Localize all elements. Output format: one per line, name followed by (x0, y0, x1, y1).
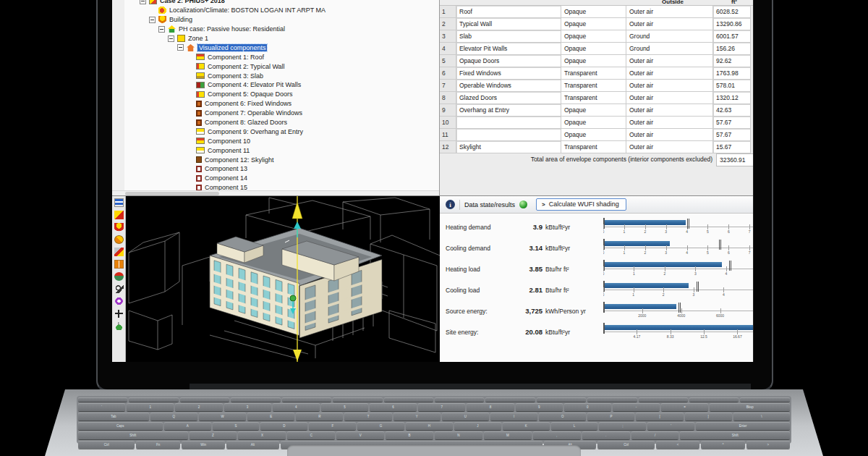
key--[interactable]: - (613, 403, 660, 411)
key[interactable] (78, 397, 127, 402)
key-^[interactable]: ^ (701, 441, 744, 449)
arrows-tool-icon[interactable] (114, 260, 124, 269)
tree-item[interactable]: Component 1: Roof (112, 52, 439, 62)
key-<[interactable]: < (656, 441, 699, 449)
key-q[interactable]: Q (150, 413, 197, 421)
key-h[interactable]: H (406, 422, 453, 430)
key-f[interactable]: F (309, 422, 356, 430)
tree-item[interactable]: Zone 1 (112, 34, 439, 43)
table-row[interactable]: 9Overhang at EntryOpaqueOuter air42.63 (440, 104, 754, 117)
key-caps[interactable]: Caps (78, 422, 163, 430)
key-o[interactable]: O (539, 413, 586, 421)
tree-expander-icon[interactable] (168, 35, 174, 42)
key-;[interactable]: ; (599, 422, 646, 430)
key-alt[interactable]: Alt (226, 441, 278, 449)
key-'[interactable]: ' (647, 422, 694, 430)
key-7[interactable]: 7 (418, 403, 465, 411)
key-1[interactable]: 1 (127, 403, 174, 411)
key-b[interactable]: B (386, 431, 433, 439)
key-w[interactable]: W (199, 413, 246, 421)
tree-item[interactable]: Case 2: PHIUS+ 2018 (112, 0, 439, 6)
key-s[interactable]: S (213, 422, 260, 430)
key-\[interactable]: \ (733, 413, 790, 421)
key-bksp[interactable]: Bksp (710, 403, 790, 411)
key-l[interactable]: L (551, 422, 598, 430)
key-2[interactable]: 2 (175, 403, 222, 411)
key-m[interactable]: M (484, 431, 532, 439)
tree-item[interactable]: Component 11 (112, 145, 439, 155)
tree-item[interactable]: Visualized components (112, 43, 439, 52)
calculate-wufi-shading-button[interactable]: > Calculate WUFI shading (536, 198, 626, 211)
key-z[interactable]: Z (190, 431, 237, 439)
axes-tool-icon[interactable] (114, 211, 124, 219)
tree-item[interactable]: Building (112, 15, 439, 25)
tree-item[interactable]: Component 8: Glazed Doors (112, 118, 439, 127)
machine-tool-icon[interactable] (114, 272, 124, 281)
tree-expander-icon[interactable] (149, 17, 156, 23)
key-v[interactable]: V (336, 431, 384, 439)
table-row[interactable]: 10OpaqueOuter air57.67 (440, 117, 754, 129)
key-4[interactable]: 4 (273, 403, 320, 411)
tree-expander-icon[interactable] (177, 44, 184, 51)
key-/[interactable]: / (631, 431, 679, 439)
key[interactable] (435, 397, 484, 402)
table-row[interactable]: 6Fixed WindowsTransparentOuter air1763.9… (440, 67, 754, 80)
key-shift[interactable]: Shift (78, 431, 188, 439)
key-enter[interactable]: Enter (696, 422, 790, 430)
key-j[interactable]: J (454, 422, 501, 430)
key-0[interactable]: 0 (564, 403, 611, 411)
frame-tool-icon[interactable] (114, 198, 124, 207)
tree-item[interactable]: Component 6: Fixed Windows (112, 99, 439, 109)
gears-tool-icon[interactable] (114, 235, 124, 244)
building-3d-view[interactable] (126, 196, 440, 362)
key-c[interactable]: C (287, 431, 335, 439)
tree-item[interactable]: Component 9: Overhang at Entry (112, 127, 439, 136)
key-`[interactable]: ` (78, 403, 125, 411)
key[interactable] (333, 397, 382, 402)
tree-item[interactable]: Component 13 (112, 164, 439, 174)
table-row[interactable]: 5Opaque DoorsOpaqueOuter air92.62 (440, 55, 754, 67)
key-k[interactable]: K (503, 422, 550, 430)
key-fn[interactable]: Fn (136, 441, 179, 449)
tree-item[interactable]: Component 2: Typical Wall (112, 62, 439, 71)
key-e[interactable]: E (247, 413, 294, 421)
info-icon[interactable]: i (446, 200, 455, 209)
tree-item[interactable]: Component 4: Elevator Pit Walls (112, 80, 439, 90)
key-u[interactable]: U (442, 413, 489, 421)
key-,[interactable]: , (533, 431, 581, 439)
table-row[interactable]: 12SkylightTransparentOuter air15.67 (440, 141, 754, 153)
key[interactable] (587, 397, 637, 402)
key-tab[interactable]: Tab (78, 413, 149, 421)
key-p[interactable]: P (587, 413, 634, 421)
key-a[interactable]: A (164, 422, 211, 430)
tree-expander-icon[interactable] (140, 0, 146, 4)
viewport-3d[interactable] (112, 196, 440, 362)
key-ctrl[interactable]: Ctrl (597, 441, 654, 449)
key-6[interactable]: 6 (370, 403, 417, 411)
key[interactable] (180, 397, 229, 402)
orbit-tool-icon[interactable] (114, 297, 124, 305)
key[interactable] (537, 397, 586, 402)
key[interactable] (231, 397, 280, 402)
key[interactable] (639, 397, 688, 402)
tree-item[interactable]: Localization/Climate: BOSTON LOGAN INT A… (112, 6, 439, 15)
key-][interactable]: ] (685, 413, 732, 421)
key-win[interactable]: Win (182, 441, 225, 449)
table-row[interactable]: 1RoofOpaqueOuter air6028.52 (440, 6, 754, 18)
magnifier-tool-icon[interactable] (114, 284, 124, 293)
tree-item[interactable]: Component 5: Opaque Doors (112, 90, 439, 99)
key[interactable] (485, 397, 535, 402)
table-row[interactable]: 4Elevator Pit WallsOpaqueGround156.26 (440, 43, 754, 55)
table-row[interactable]: 11OpaqueOuter air57.67 (440, 129, 754, 141)
key-8[interactable]: 8 (467, 403, 514, 411)
key-[[interactable]: [ (636, 413, 683, 421)
key[interactable] (384, 397, 433, 402)
key-x[interactable]: X (238, 431, 286, 439)
tree-item[interactable]: Component 3: Slab (112, 71, 439, 80)
pan-tool-icon[interactable] (114, 309, 124, 318)
key-y[interactable]: Y (393, 413, 441, 421)
tree-item[interactable]: Component 10 (112, 136, 439, 145)
table-row[interactable]: 7Operable WindowsTransparentOuter air578… (440, 80, 754, 92)
key-i[interactable]: I (490, 413, 537, 421)
person-tool-icon[interactable] (114, 223, 124, 232)
